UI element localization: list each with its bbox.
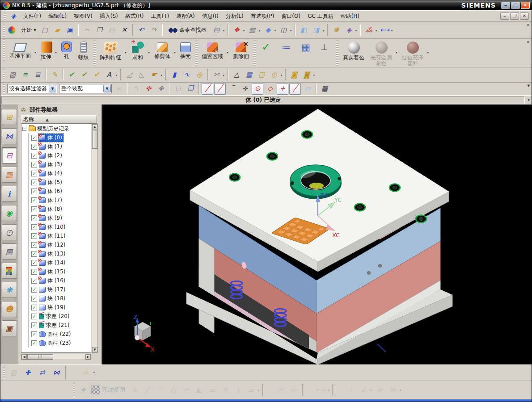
thumb-icon[interactable]: ▨ <box>7 366 20 380</box>
arc-icon[interactable]: ⌒ <box>154 384 166 396</box>
tree-item[interactable]: 体 (2) <box>21 151 91 160</box>
checkbox-icon[interactable] <box>31 135 37 141</box>
overflow-chevron[interactable]: » <box>527 22 530 28</box>
spreadsheet-button[interactable] <box>296 39 316 67</box>
pattern-feature-button[interactable]: 阵列特征 <box>97 39 128 67</box>
title-bar[interactable]: NX 8.5 - 建模 - [zhuangpeitu_UG7.5.prt （修改… <box>0 0 532 10</box>
folder-circles-icon[interactable]: ◴ <box>268 69 280 81</box>
checkbox-icon[interactable] <box>31 233 37 239</box>
toolbar-icon[interactable] <box>294 24 296 36</box>
checkbox-icon[interactable] <box>31 242 37 248</box>
collapse-icon[interactable] <box>22 127 26 131</box>
fit-view-icon[interactable]: ❖ <box>231 25 242 36</box>
undo-icon[interactable]: ↶ <box>135 25 147 36</box>
snap-on-curve-icon[interactable]: ╱ <box>289 83 301 95</box>
unclip-icon[interactable]: ✄ <box>211 69 222 81</box>
tree-item[interactable]: 体 (1) <box>21 142 91 151</box>
snap-curve-icon[interactable]: ⌒ <box>227 83 238 95</box>
snap-point-icon[interactable]: + <box>277 83 288 95</box>
folder-points-icon[interactable]: ◳ <box>256 69 267 81</box>
layer-settings-icon[interactable]: ≣ <box>32 69 43 81</box>
checkbox-icon[interactable] <box>31 260 37 266</box>
scroll-right-icon[interactable]: ▶ <box>85 354 91 360</box>
selection-filter-dropdown[interactable]: 没有选择过滤器 ▼ <box>7 84 57 93</box>
red-plastic-button[interactable]: 红色亮泽 塑料 <box>399 39 430 67</box>
menu-item[interactable]: 插入(S) <box>96 11 122 21</box>
note-tag-icon[interactable]: ✎ <box>49 69 60 81</box>
tree-item[interactable]: 体 (9) <box>21 214 91 222</box>
triangle-icon[interactable]: △ <box>231 69 242 81</box>
edit-section-icon[interactable]: ◧ <box>298 25 309 36</box>
mdi-close-button[interactable]: ✕ <box>520 13 529 20</box>
roles-button[interactable]: ☻ <box>2 301 17 317</box>
tree-item[interactable]: 圆柱 (23) <box>21 339 91 348</box>
binoc-gray-icon[interactable]: ∞ <box>113 83 125 95</box>
tool-check-icon[interactable]: ✔ <box>78 69 90 81</box>
checkbox-icon[interactable] <box>31 340 37 346</box>
body-check-icon[interactable]: ✔ <box>66 69 77 81</box>
redo-icon[interactable]: ↷ <box>148 25 160 36</box>
toolbar-icon[interactable] <box>168 83 171 94</box>
scroll-left-icon[interactable]: ◀ <box>21 354 27 360</box>
csys-button[interactable] <box>316 39 335 67</box>
menu-item[interactable]: 文件(F) <box>20 11 45 21</box>
scroll-down-icon[interactable]: ▼ <box>92 347 97 352</box>
more-icon[interactable]: ≫ <box>387 384 399 396</box>
menu-item[interactable]: 窗口(O) <box>278 11 304 21</box>
feature-button[interactable] <box>195 40 198 66</box>
close-button[interactable]: ✕ <box>521 2 530 9</box>
assembly-constraints-icon[interactable]: ⋈ <box>50 366 63 380</box>
rectangle-icon[interactable]: ▭ <box>206 384 218 396</box>
tree-item[interactable]: 体 (7) <box>21 196 91 205</box>
move-component-icon[interactable]: ⇄ <box>35 366 49 380</box>
overflow-chevron[interactable]: ▾ <box>527 83 530 88</box>
checkbox-icon[interactable] <box>31 144 37 150</box>
tree-item[interactable]: 体 (15) <box>21 267 91 276</box>
scroll-up-icon[interactable]: ▲ <box>92 124 97 130</box>
toolbar-icon[interactable] <box>119 69 122 80</box>
checkbox-icon[interactable] <box>31 215 37 221</box>
overflow-chevron[interactable]: » <box>527 39 530 45</box>
abc-note-icon[interactable]: A <box>103 69 115 81</box>
tree-item[interactable]: 体 (4) <box>21 169 91 178</box>
tree-item[interactable]: 体 (6) <box>21 187 91 196</box>
toolbar-icon[interactable] <box>326 24 329 36</box>
tree-item[interactable]: 体 (0) <box>21 133 91 142</box>
tree-item[interactable]: 体 (8) <box>21 205 91 214</box>
toolbar-icon[interactable] <box>359 24 362 36</box>
pattern-component-icon[interactable]: ⁘ <box>79 366 93 380</box>
snap-endpoint-icon[interactable]: ╱ <box>202 83 213 95</box>
graphics-window[interactable]: ZC YC XC Z X <box>102 105 532 364</box>
tree-item[interactable]: 块 (19) <box>21 303 91 312</box>
toolbar-icon[interactable] <box>331 384 343 396</box>
checkbox-icon[interactable] <box>31 305 37 310</box>
history-clock-button[interactable]: ◷ <box>2 224 17 240</box>
angle-icon[interactable]: ∠ <box>358 384 370 396</box>
tree-item[interactable]: 体 (10) <box>21 222 91 231</box>
tree-item[interactable]: 体 (13) <box>21 249 91 258</box>
toolbar-icon[interactable] <box>77 24 80 36</box>
thread-button[interactable]: 螺纹 <box>75 39 92 67</box>
menu-item[interactable]: 编辑(E) <box>45 11 70 21</box>
washer-icon[interactable]: ◎ <box>194 69 205 81</box>
menu-item[interactable]: 视图(V) <box>70 11 96 21</box>
toolbar-grip[interactable] <box>3 24 5 37</box>
add-component-icon[interactable]: ✚ <box>21 366 34 380</box>
new-file-icon[interactable]: ▢ <box>39 25 51 36</box>
toolbar-icon[interactable] <box>126 83 129 94</box>
fillet-icon[interactable]: ⌐ <box>180 384 192 396</box>
system-scenes-button[interactable]: ▣ <box>2 320 17 336</box>
checkbox-icon[interactable] <box>31 269 37 275</box>
hand-key-icon[interactable]: ✥ <box>155 83 167 95</box>
shell-button[interactable]: 抽壳 <box>177 39 194 67</box>
toolbar-grip[interactable] <box>3 69 5 80</box>
checkbox-icon[interactable] <box>31 322 37 328</box>
menu-item[interactable]: 信息(I) <box>198 11 222 21</box>
quick-extend-icon[interactable]: ↦ <box>288 384 300 396</box>
select-rect-icon[interactable]: ▧ <box>7 69 18 81</box>
toolbar-grip[interactable] <box>73 383 75 397</box>
delete-face-button[interactable]: 删除面 <box>230 39 252 67</box>
minimize-button[interactable]: － <box>501 2 510 9</box>
green-check-button[interactable] <box>257 39 276 67</box>
toolbar-icon[interactable] <box>227 24 229 36</box>
